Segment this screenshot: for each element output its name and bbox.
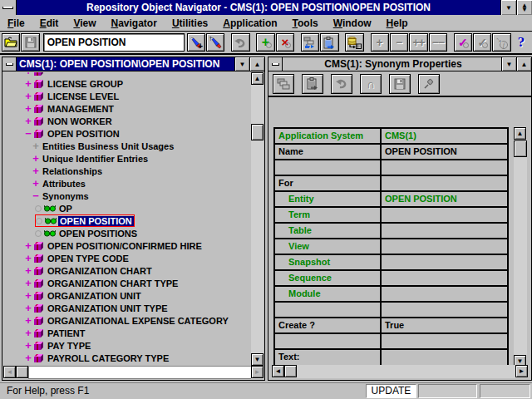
properties-minimize-button[interactable]: ▼ bbox=[501, 57, 516, 71]
menu-help[interactable]: Help bbox=[379, 15, 416, 32]
scroll-down-button[interactable]: ▼ bbox=[251, 353, 264, 366]
paste-properties-button[interactable] bbox=[302, 74, 323, 94]
property-row[interactable]: For bbox=[275, 176, 507, 192]
tree-item[interactable]: PAY TYPE bbox=[3, 339, 251, 352]
expand-icon[interactable] bbox=[23, 303, 33, 313]
create-object-button[interactable]: + bbox=[256, 33, 274, 52]
properties-horizontal-scrollbar[interactable]: ◄ ► bbox=[272, 365, 528, 378]
tree-item[interactable]: Relationships bbox=[3, 165, 251, 177]
undo-button[interactable] bbox=[331, 74, 352, 94]
property-row[interactable] bbox=[275, 334, 507, 350]
menu-file[interactable]: File bbox=[0, 15, 32, 32]
property-row[interactable]: Snapshot bbox=[275, 255, 507, 271]
collapse-all-button[interactable]: −− bbox=[429, 33, 447, 52]
system-menu-button[interactable] bbox=[0, 0, 17, 15]
tree-item[interactable]: Attributes bbox=[3, 177, 251, 190]
expand-icon[interactable] bbox=[23, 240, 33, 251]
tree-item[interactable]: ORGANIZATION UNIT TYPE bbox=[3, 302, 251, 314]
navigator-minimize-button[interactable]: ▼ bbox=[234, 57, 249, 71]
expand-icon[interactable] bbox=[23, 352, 33, 363]
property-row[interactable] bbox=[275, 303, 507, 318]
undo-button[interactable] bbox=[231, 33, 249, 52]
expand-icon[interactable] bbox=[31, 140, 41, 151]
scroll-thumb[interactable] bbox=[16, 366, 28, 378]
navigate-pen-up-button[interactable]: ↑ bbox=[206, 33, 224, 52]
tree-vertical-scrollbar[interactable]: ▲ ▼ bbox=[251, 72, 264, 366]
expand-icon[interactable] bbox=[23, 253, 33, 264]
property-row[interactable]: EntityOPEN POSITION bbox=[275, 192, 507, 208]
expand-icon[interactable] bbox=[23, 328, 33, 338]
property-row[interactable]: View bbox=[275, 239, 507, 255]
expand-icon[interactable] bbox=[31, 178, 41, 189]
expand-icon[interactable] bbox=[23, 315, 33, 326]
scroll-right-button[interactable]: ► bbox=[251, 366, 264, 378]
menu-application[interactable]: Application bbox=[215, 15, 284, 32]
property-row[interactable]: Application SystemCMS(1) bbox=[275, 129, 507, 145]
menu-edit[interactable]: Edit bbox=[32, 15, 66, 32]
tree-item[interactable]: OPEN POSITION/CONFIRMED HIRE bbox=[3, 239, 251, 252]
tree-horizontal-scrollbar[interactable]: ◄ ► bbox=[3, 366, 264, 379]
expand-icon[interactable] bbox=[23, 116, 33, 126]
expand-icon[interactable] bbox=[23, 265, 33, 276]
copy-properties-button[interactable] bbox=[273, 74, 294, 94]
property-row[interactable]: Table bbox=[275, 224, 507, 239]
tree-item[interactable]: PATIENT bbox=[3, 327, 251, 339]
menu-navigator[interactable]: Navigator bbox=[104, 15, 165, 32]
scroll-track[interactable] bbox=[297, 365, 515, 378]
clipboard-paste-button[interactable] bbox=[320, 33, 338, 52]
property-row[interactable]: NameOPEN POSITION bbox=[275, 145, 507, 160]
save-button[interactable] bbox=[389, 74, 411, 94]
open-file-button[interactable] bbox=[2, 33, 20, 52]
scroll-up-button[interactable]: ▲ bbox=[251, 72, 264, 85]
scroll-left-button[interactable]: ◄ bbox=[3, 366, 16, 378]
expand-icon[interactable] bbox=[23, 103, 33, 114]
tree-item[interactable]: Synonyms bbox=[3, 190, 251, 202]
verify-check-button[interactable]: ✓ bbox=[473, 33, 491, 52]
tree-item[interactable]: OP bbox=[3, 202, 251, 214]
expand-icon[interactable] bbox=[23, 290, 33, 301]
tree-item[interactable]: ORGANIZATION CHART TYPE bbox=[3, 277, 251, 289]
tree-item[interactable]: NON WORKER bbox=[3, 115, 251, 127]
requery-database-button[interactable] bbox=[345, 33, 363, 52]
collapse-icon[interactable] bbox=[31, 190, 41, 201]
delete-object-button[interactable]: × bbox=[276, 33, 294, 52]
tree-item[interactable]: PAYROLL CATEGORY TYPE bbox=[3, 352, 251, 364]
tree-item[interactable]: Unique Identifier Entries bbox=[3, 152, 251, 165]
scroll-thumb[interactable] bbox=[284, 365, 297, 377]
tree-item[interactable]: OPEN TYPE CODE bbox=[3, 252, 251, 264]
property-row[interactable] bbox=[275, 160, 507, 176]
scroll-track[interactable] bbox=[28, 366, 251, 379]
tree-item[interactable]: ORGANIZATION UNIT bbox=[3, 289, 251, 302]
tree-item[interactable]: Entities Business Unit Usages bbox=[3, 140, 251, 152]
scroll-right-button[interactable]: ► bbox=[515, 365, 528, 377]
scroll-left-button[interactable]: ◄ bbox=[272, 365, 284, 377]
expand-icon[interactable] bbox=[23, 91, 33, 101]
expand-icon[interactable] bbox=[23, 278, 33, 288]
expand-icon[interactable] bbox=[23, 78, 33, 89]
property-row[interactable]: Create ?True bbox=[275, 318, 507, 334]
scroll-up-button[interactable]: ▲ bbox=[514, 127, 526, 140]
menu-tools[interactable]: Tools bbox=[285, 15, 326, 32]
tree-item-selected[interactable]: OPEN POSITION bbox=[3, 214, 251, 227]
tree-item[interactable]: MANAGEMENT bbox=[3, 102, 251, 115]
menu-window[interactable]: Window bbox=[326, 15, 379, 32]
collapse-icon[interactable] bbox=[23, 128, 33, 139]
scroll-thumb[interactable] bbox=[251, 124, 264, 140]
tree-item[interactable]: ORGANIZATIONAL EXPENSE CATEGORY bbox=[3, 314, 251, 327]
expand-button[interactable]: + bbox=[371, 33, 389, 52]
expand-icon[interactable] bbox=[31, 165, 41, 176]
properties-maximize-button[interactable]: ▲ bbox=[516, 57, 531, 71]
expand-all-button[interactable]: ++ bbox=[409, 33, 427, 52]
property-row[interactable]: Module bbox=[275, 287, 507, 303]
minimize-button[interactable]: ▼ bbox=[500, 0, 516, 15]
tree-item[interactable]: OPEN POSITION bbox=[3, 127, 251, 140]
navigate-pen-add-button[interactable]: + bbox=[187, 33, 205, 52]
save-button[interactable] bbox=[21, 33, 39, 52]
revert-button[interactable]: ∩ bbox=[360, 74, 382, 94]
navigator-system-menu-button[interactable] bbox=[2, 57, 17, 71]
object-name-input[interactable] bbox=[43, 33, 185, 52]
collapse-button[interactable]: − bbox=[390, 33, 408, 52]
property-row[interactable]: Text: bbox=[275, 350, 507, 366]
restore-button[interactable]: ▲ ▼ bbox=[516, 0, 532, 15]
expand-icon[interactable] bbox=[23, 340, 33, 351]
